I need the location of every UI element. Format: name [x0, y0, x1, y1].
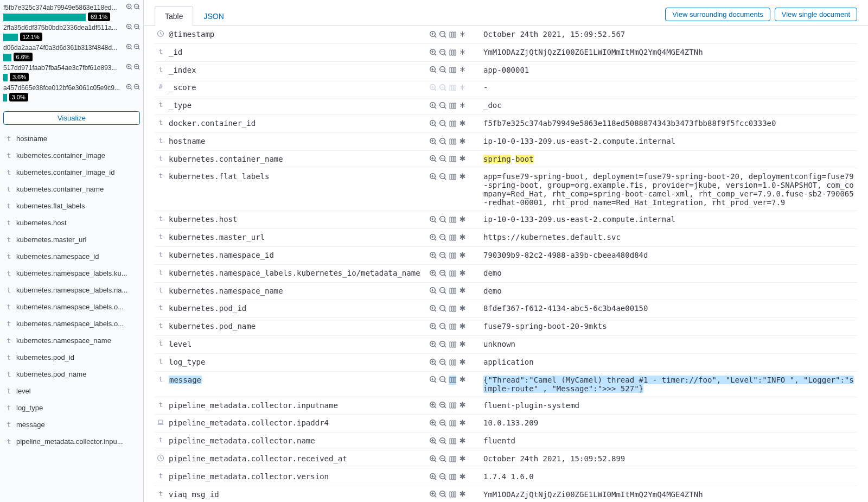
toggle-column-icon[interactable] — [449, 419, 456, 427]
toggle-column-icon[interactable] — [449, 251, 456, 259]
toggle-column-icon[interactable] — [449, 376, 456, 383]
exists-icon[interactable] — [458, 155, 466, 162]
toggle-column-icon[interactable] — [449, 490, 456, 498]
field-item[interactable]: tmessage — [3, 416, 140, 433]
filter-in-icon[interactable] — [429, 304, 437, 312]
filter-in-icon[interactable] — [126, 3, 132, 10]
filter-in-icon[interactable] — [429, 84, 437, 91]
toggle-column-icon[interactable] — [449, 401, 456, 409]
exists-icon[interactable] — [458, 269, 466, 277]
field-item[interactable]: tkubernetes.container_name — [3, 181, 140, 198]
exists-icon[interactable] — [458, 322, 466, 330]
toggle-column-icon[interactable] — [449, 119, 456, 127]
filter-out-icon[interactable] — [439, 173, 446, 180]
filter-in-icon[interactable] — [429, 119, 437, 127]
field-item[interactable]: thostname — [3, 130, 140, 147]
exists-icon[interactable] — [458, 215, 466, 223]
toggle-column-icon[interactable] — [449, 66, 456, 73]
exists-icon[interactable] — [458, 490, 466, 498]
toggle-column-icon[interactable] — [449, 215, 456, 223]
exists-icon[interactable] — [458, 119, 466, 127]
filter-in-icon[interactable] — [126, 23, 132, 30]
toggle-column-icon[interactable] — [449, 155, 456, 162]
filter-in-icon[interactable] — [126, 63, 132, 70]
exists-icon[interactable] — [458, 455, 466, 462]
toggle-column-icon[interactable] — [449, 101, 456, 109]
toggle-column-icon[interactable] — [449, 322, 456, 330]
filter-out-icon[interactable] — [133, 63, 140, 70]
filter-in-icon[interactable] — [429, 173, 437, 180]
field-item[interactable]: tkubernetes.namespace_labels.ku... — [3, 265, 140, 282]
filter-out-icon[interactable] — [439, 322, 446, 330]
visualize-button[interactable]: Visualize — [3, 111, 140, 125]
filter-out-icon[interactable] — [439, 376, 446, 383]
tab-table[interactable]: Table — [155, 6, 193, 26]
toggle-column-icon[interactable] — [449, 84, 456, 91]
exists-icon[interactable] — [458, 84, 466, 91]
filter-out-icon[interactable] — [439, 84, 446, 91]
exists-icon[interactable] — [458, 173, 466, 180]
filter-in-icon[interactable] — [429, 233, 437, 241]
filter-out-icon[interactable] — [439, 233, 446, 241]
filter-out-icon[interactable] — [439, 48, 446, 56]
filter-out-icon[interactable] — [439, 340, 446, 348]
filter-in-icon[interactable] — [429, 66, 437, 73]
filter-out-icon[interactable] — [133, 43, 140, 50]
field-item[interactable]: tkubernetes.container_image — [3, 147, 140, 164]
toggle-column-icon[interactable] — [449, 233, 456, 241]
filter-out-icon[interactable] — [439, 269, 446, 277]
doc-table-wrap[interactable]: @timestampOctober 24th 2021, 15:09:52.56… — [144, 26, 868, 502]
field-item[interactable]: tkubernetes.namespace_labels.o... — [3, 298, 140, 315]
field-item[interactable]: tkubernetes.flat_labels — [3, 198, 140, 214]
filter-out-icon[interactable] — [439, 137, 446, 145]
field-item[interactable]: tkubernetes.master_url — [3, 231, 140, 248]
filter-out-icon[interactable] — [439, 473, 446, 480]
toggle-column-icon[interactable] — [449, 269, 456, 277]
exists-icon[interactable] — [458, 304, 466, 312]
filter-out-icon[interactable] — [439, 119, 446, 127]
exists-icon[interactable] — [458, 340, 466, 348]
filter-in-icon[interactable] — [126, 43, 132, 50]
exists-icon[interactable] — [458, 233, 466, 241]
filter-out-icon[interactable] — [439, 101, 446, 109]
filter-out-icon[interactable] — [439, 30, 446, 38]
filter-out-icon[interactable] — [439, 358, 446, 366]
toggle-column-icon[interactable] — [449, 137, 456, 145]
toggle-column-icon[interactable] — [449, 340, 456, 348]
filter-out-icon[interactable] — [439, 66, 446, 73]
filter-in-icon[interactable] — [429, 30, 437, 38]
exists-icon[interactable] — [458, 376, 466, 383]
filter-in-icon[interactable] — [429, 340, 437, 348]
filter-out-icon[interactable] — [439, 287, 446, 294]
view-surrounding-button[interactable]: View surrounding documents — [665, 8, 770, 21]
filter-in-icon[interactable] — [429, 473, 437, 480]
toggle-column-icon[interactable] — [449, 437, 456, 444]
field-item[interactable]: tlevel — [3, 383, 140, 399]
toggle-column-icon[interactable] — [449, 473, 456, 480]
filter-in-icon[interactable] — [429, 419, 437, 427]
field-item[interactable]: tkubernetes.host — [3, 214, 140, 231]
field-item[interactable]: tkubernetes.namespace_name — [3, 332, 140, 349]
field-item[interactable]: tlog_type — [3, 399, 140, 416]
toggle-column-icon[interactable] — [449, 173, 456, 180]
exists-icon[interactable] — [458, 66, 466, 73]
filter-in-icon[interactable] — [429, 358, 437, 366]
filter-in-icon[interactable] — [429, 376, 437, 383]
filter-out-icon[interactable] — [439, 490, 446, 498]
filter-out-icon[interactable] — [439, 455, 446, 462]
exists-icon[interactable] — [458, 30, 466, 38]
field-item[interactable]: tkubernetes.pod_name — [3, 366, 140, 383]
filter-out-icon[interactable] — [439, 155, 446, 162]
filter-in-icon[interactable] — [429, 155, 437, 162]
filter-in-icon[interactable] — [429, 401, 437, 409]
filter-in-icon[interactable] — [429, 287, 437, 294]
filter-out-icon[interactable] — [133, 23, 140, 30]
exists-icon[interactable] — [458, 419, 466, 427]
toggle-column-icon[interactable] — [449, 30, 456, 38]
field-item[interactable]: tkubernetes.namespace_id — [3, 248, 140, 265]
field-item[interactable]: tpipeline_metadata.collector.inpu... — [3, 433, 140, 450]
exists-icon[interactable] — [458, 101, 466, 109]
filter-out-icon[interactable] — [439, 419, 446, 427]
filter-in-icon[interactable] — [429, 322, 437, 330]
toggle-column-icon[interactable] — [449, 287, 456, 294]
